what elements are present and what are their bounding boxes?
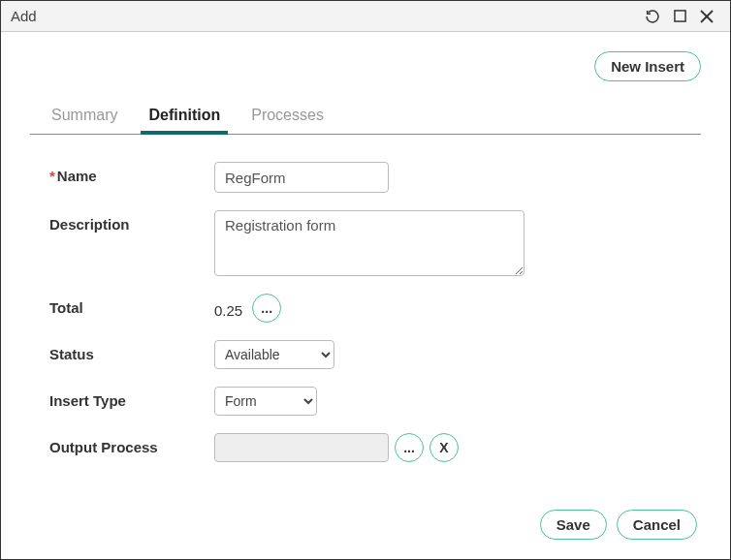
save-button[interactable]: Save (540, 510, 607, 540)
tab-processes[interactable]: Processes (249, 101, 326, 134)
required-indicator: * (49, 168, 55, 184)
insert-type-select[interactable]: Form (214, 387, 317, 416)
output-process-input (214, 433, 389, 462)
row-output-process: Output Process ... X (49, 433, 691, 462)
row-name: *Name (49, 162, 691, 193)
content-area: New Insert Summary Definition Processes … (1, 32, 730, 559)
tabs: Summary Definition Processes (30, 101, 701, 135)
description-input[interactable]: Registration form (214, 210, 524, 276)
name-label: *Name (49, 162, 214, 184)
row-description: Description Registration form (49, 210, 691, 276)
output-process-label: Output Process (49, 433, 214, 455)
status-select[interactable]: Available (214, 340, 334, 369)
row-insert-type: Insert Type Form (49, 387, 691, 416)
insert-type-label: Insert Type (49, 387, 214, 409)
output-process-browse-button[interactable]: ... (395, 433, 424, 462)
row-total: Total 0.25 ... (49, 294, 691, 323)
description-label: Description (49, 210, 214, 233)
definition-form: *Name Description Registration form Tota… (30, 135, 701, 489)
window-title: Add (11, 8, 639, 24)
name-input[interactable] (214, 162, 389, 193)
cancel-button[interactable]: Cancel (617, 510, 697, 540)
footer-actions: Save Cancel (30, 510, 701, 540)
add-dialog: Add New Insert Summary Definition P (0, 0, 731, 560)
refresh-icon[interactable] (639, 3, 666, 30)
output-process-clear-button[interactable]: X (429, 433, 459, 462)
tab-summary[interactable]: Summary (49, 101, 119, 134)
total-value: 0.25 (214, 298, 246, 319)
titlebar: Add (1, 1, 730, 32)
close-icon[interactable] (693, 3, 720, 30)
total-label: Total (49, 294, 214, 316)
total-edit-button[interactable]: ... (252, 294, 281, 323)
status-label: Status (49, 340, 214, 362)
new-insert-button[interactable]: New Insert (594, 51, 701, 81)
maximize-icon[interactable] (666, 3, 693, 30)
top-actions: New Insert (30, 51, 701, 81)
row-status: Status Available (49, 340, 691, 369)
svg-rect-0 (674, 11, 684, 21)
tab-definition[interactable]: Definition (146, 101, 222, 134)
